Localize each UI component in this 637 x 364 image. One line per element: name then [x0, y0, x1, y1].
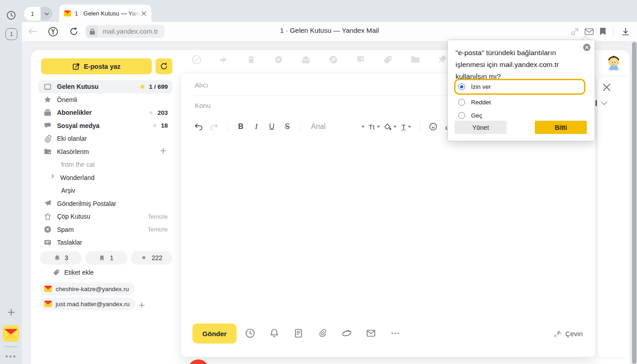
template-doc-icon[interactable] [293, 328, 304, 338]
svg-text:A: A [554, 333, 557, 338]
dot-icon [141, 255, 148, 261]
rail-more-icon[interactable]: ••• [4, 350, 18, 364]
clear-folder-button[interactable]: Temizle [148, 213, 168, 220]
manage-button[interactable]: Yönet [455, 121, 507, 134]
folder--p-kutusu[interactable]: Çöp KutusuTemizle [38, 210, 172, 223]
count-dot [150, 111, 153, 114]
expand-chevron-icon[interactable] [50, 174, 56, 181]
folder-spam[interactable]: SpamTemizle [38, 223, 172, 236]
undo-icon[interactable] [192, 121, 204, 133]
font-size-select[interactable]: Tt [368, 121, 380, 133]
redo-icon[interactable] [208, 121, 220, 133]
folder-label: Spam [57, 226, 148, 233]
check-mail-refresh-button[interactable] [155, 58, 172, 74]
snooze-clock-icon [328, 55, 338, 65]
radio-unselected[interactable] [458, 112, 465, 119]
reminder-bell-icon[interactable] [269, 328, 280, 338]
add-account-icon[interactable] [139, 302, 145, 308]
account-list: cheshire-katze@yandex.rujust.mad.hatter@… [40, 282, 177, 313]
folder-g-nderilmi-postalar[interactable]: Gönderilmiş Postalar [38, 197, 172, 210]
copy-email-envelope-icon[interactable] [366, 328, 376, 338]
active-tab[interactable]: 1 · Gelen Kutusu — Yand [59, 5, 151, 22]
url-text: mail.yandex.com.tr [103, 28, 158, 35]
yandex-services-button[interactable] [47, 26, 58, 37]
popup-option-reddet[interactable]: Reddet [456, 96, 584, 109]
counter-pill-dot[interactable]: 222 [131, 251, 172, 265]
account-pill[interactable]: cheshire-katze@yandex.ru [40, 282, 135, 295]
add-folder-icon[interactable] [160, 148, 168, 155]
bold-button[interactable]: B [235, 121, 247, 133]
folder-gelen-kutusu[interactable]: Gelen Kutusu1 / 699 [38, 80, 172, 93]
attach-paperclip-icon[interactable] [317, 328, 328, 338]
toolbar-divider [613, 27, 614, 36]
share-link-icon[interactable] [569, 26, 580, 37]
emoji-icon[interactable] [427, 121, 439, 133]
folder-abonelikler[interactable]: Abonelikler203 [38, 106, 172, 119]
italic-button[interactable]: I [250, 121, 262, 133]
send-button[interactable]: Gönder [192, 323, 237, 343]
tls-lock-icon[interactable] [86, 25, 98, 38]
folder-ar-iv[interactable]: Arşiv [38, 184, 172, 197]
radio-selected[interactable] [458, 83, 465, 90]
sent-icon [44, 200, 52, 207]
folder-label: Sosyal medya [57, 122, 153, 129]
popup-option-i-zin-ver[interactable]: İzin ver [456, 80, 584, 93]
account-pill[interactable]: just.mad.hatter@yandex.ru [40, 297, 135, 310]
text-color-select[interactable]: T [400, 121, 412, 133]
clear-folder-button[interactable]: Temizle [148, 226, 168, 233]
composer-action-icons [245, 328, 400, 338]
folder-label: Eki olanlar [57, 135, 168, 142]
inbox-icon [44, 83, 52, 91]
strikethrough-button[interactable]: S [281, 121, 293, 133]
rail-add-icon[interactable] [4, 305, 18, 319]
download-icon[interactable] [620, 26, 631, 37]
folder-from-the-cat[interactable]: from the cat [38, 158, 172, 171]
tab-title: 1 · Gelen Kutusu — Yand [75, 10, 141, 17]
folder-klas-rlerim[interactable]: Klasörlerim [38, 145, 172, 159]
font-family-select[interactable]: Arial [308, 123, 365, 131]
vertical-scrollbar[interactable] [632, 42, 637, 364]
note-comment-icon [356, 55, 366, 65]
reload-icon[interactable] [68, 26, 79, 37]
yandex-mail-logo-icon [44, 286, 52, 292]
underline-button[interactable]: U [266, 121, 278, 133]
add-label-button[interactable]: Etiket ekle [53, 269, 94, 276]
schedule-clock-icon[interactable] [245, 328, 255, 338]
tab-list-chevron-icon[interactable] [41, 7, 52, 21]
done-button[interactable]: Bitti [535, 121, 587, 134]
yandex-mail-app-icon[interactable] [3, 325, 19, 342]
tab-close-icon[interactable] [141, 10, 147, 16]
folder-taslaklar[interactable]: Taslaklar [38, 236, 172, 249]
user-avatar[interactable] [606, 55, 622, 71]
folder-label: Wonderland [60, 174, 168, 181]
folder-sosyal-medya[interactable]: Sosyal medya18 [38, 119, 172, 133]
back-arrow-icon[interactable] [27, 26, 38, 37]
tab-counter-control[interactable]: 1 [24, 7, 52, 21]
radio-unselected[interactable] [458, 99, 465, 106]
folder--nemli[interactable]: Önemli [38, 93, 172, 107]
compose-side-panel [598, 77, 630, 357]
folder-label: Çöp Kutusu [57, 213, 148, 220]
svg-text:あ: あ [557, 330, 561, 335]
popup-option-ge-[interactable]: Geç [456, 109, 584, 122]
more-ellipsis-icon[interactable] [390, 328, 400, 338]
compose-email-button[interactable]: E-posta yaz [41, 58, 152, 74]
counter-pill-bell[interactable]: 3 [40, 251, 82, 265]
address-bar[interactable]: mail.yandex.com.tr [99, 25, 165, 38]
option-label: Geç [471, 112, 482, 119]
tab-group-button[interactable]: 1 [5, 28, 17, 40]
folder-eki-olanlar[interactable]: Eki olanlar [38, 132, 172, 145]
close-compose-icon[interactable] [601, 82, 611, 92]
history-clock-icon[interactable] [4, 8, 18, 22]
highlight-color-select[interactable] [384, 121, 397, 133]
translate-button[interactable]: Aあ Çeviri [554, 330, 583, 338]
option-label: Reddet [471, 99, 491, 106]
counter-pill-bookmark[interactable]: 1 [85, 251, 127, 265]
collapse-chevron-icon[interactable] [601, 101, 609, 107]
yandex-mail-favicon [64, 10, 71, 16]
unread-dot [140, 85, 145, 89]
yandex-disk-icon[interactable] [342, 328, 352, 338]
pill-count: 222 [152, 254, 162, 261]
folder-wonderland[interactable]: Wonderland [38, 171, 172, 185]
bookmark-icon[interactable] [597, 26, 608, 37]
